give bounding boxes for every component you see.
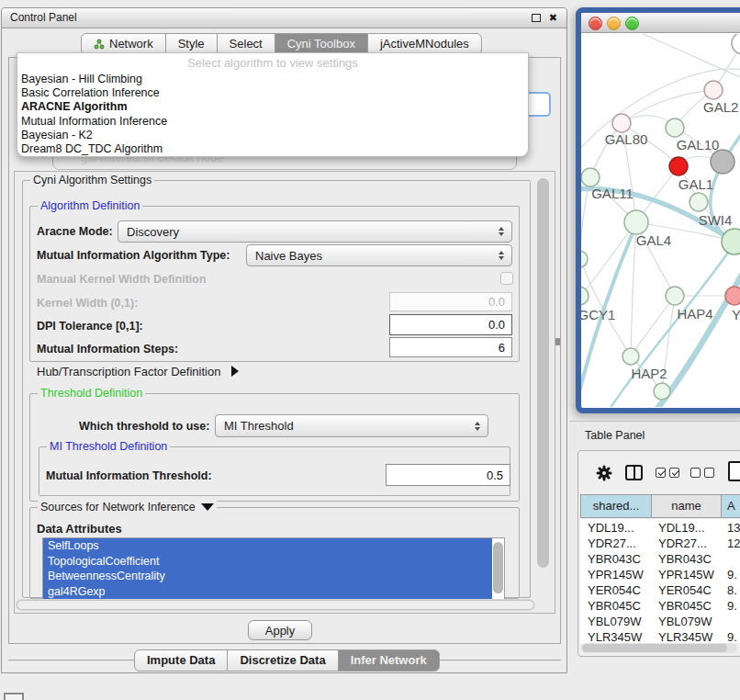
document-icon[interactable]: [728, 461, 740, 481]
node-hap4[interactable]: [666, 287, 684, 305]
column-header-partial[interactable]: A: [721, 494, 740, 518]
tab-impute-data[interactable]: Impute Data: [134, 649, 228, 672]
dropdown-option[interactable]: Dream8 DC_TDC Algorithm: [17, 142, 528, 156]
dropdown-option[interactable]: Bayesian - K2: [17, 129, 528, 142]
node-salmon[interactable]: [725, 287, 740, 305]
which-threshold-select[interactable]: MI Threshold: [215, 414, 488, 437]
dpi-tolerance-label: DPI Tolerance [0,1]:: [37, 320, 143, 333]
dropdown-option-highlighted[interactable]: ARACNE Algorithm: [17, 100, 528, 114]
apply-button[interactable]: Apply: [248, 620, 312, 640]
which-threshold-label: Which threshold to use:: [79, 420, 209, 433]
node-label: GAL1: [678, 176, 713, 192]
table-panel-header: Table Panel: [569, 421, 740, 449]
close-traffic-light[interactable]: [589, 17, 602, 30]
node-bottom[interactable]: [654, 383, 670, 400]
table-row[interactable]: YBR043C YBR043C: [580, 551, 740, 567]
table-horizontal-scrollbar[interactable]: [581, 643, 737, 653]
stepper-icon: [475, 422, 480, 431]
dropdown-option[interactable]: Bayesian - Hill Climbing: [17, 73, 528, 86]
network-window-titlebar: [581, 13, 740, 33]
settings-horizontal-scrollbar[interactable]: [16, 599, 535, 611]
table-panel-title: Table Panel: [585, 429, 645, 442]
node-gal1-selected[interactable]: [669, 157, 688, 175]
node-gal11[interactable]: [581, 168, 600, 186]
show-columns-icon[interactable]: [625, 465, 643, 480]
unselect-all-columns-icon[interactable]: [704, 468, 714, 478]
select-all-columns-icon[interactable]: [656, 468, 666, 478]
column-header-shared-name[interactable]: shared...: [580, 494, 652, 518]
column-header-name[interactable]: name: [651, 494, 722, 518]
dropdown-option[interactable]: Mutual Information Inference: [17, 115, 528, 129]
node-label: HAP4: [677, 306, 712, 322]
collapse-down-icon[interactable]: [201, 503, 214, 511]
mi-threshold-input[interactable]: [386, 464, 510, 486]
list-item[interactable]: TopologicalCoefficient: [43, 554, 492, 570]
table-row[interactable]: YER054C YER054C 8.: [580, 582, 740, 598]
zoom-traffic-light[interactable]: [625, 17, 639, 30]
network-canvas[interactable]: GAL2 GAL80 GAL10 GAL1 GAL11 SWI4 GAL4 GC…: [581, 34, 740, 407]
list-item[interactable]: SelfLoops: [43, 538, 492, 554]
tab-discretize-data[interactable]: Discretize Data: [227, 649, 338, 672]
mi-type-select[interactable]: Naive Bayes: [246, 244, 512, 266]
kernel-width-input[interactable]: [389, 292, 512, 311]
node-gal2[interactable]: [704, 81, 723, 99]
data-attributes-label: Data Attributes: [37, 522, 122, 536]
mi-threshold-label: Mutual Information Threshold:: [46, 469, 212, 482]
node-gal80[interactable]: [612, 114, 631, 132]
dropdown-option[interactable]: Basic Correlation Inference: [17, 86, 528, 100]
tab-infer-network[interactable]: Infer Network: [338, 649, 440, 672]
control-panel-titlebar: Control Panel ✖: [2, 8, 566, 28]
settings-vertical-scrollbar[interactable]: [537, 178, 549, 568]
aracne-mode-select[interactable]: Discovery: [118, 220, 512, 243]
aracne-mode-label: Aracne Mode:: [37, 225, 113, 238]
minimize-traffic-light[interactable]: [607, 17, 621, 30]
threshold-definition-title: Threshold Definition: [38, 387, 145, 400]
float-window-icon[interactable]: [532, 14, 541, 22]
table-row[interactable]: YBL079W YBL079W: [580, 614, 740, 629]
mi-steps-input[interactable]: [389, 337, 512, 357]
node-label: GAL11: [591, 186, 633, 201]
list-item[interactable]: gal4RGexp: [43, 584, 492, 600]
node-partial-left[interactable]: [581, 251, 588, 267]
node-partial[interactable]: [732, 34, 740, 54]
data-attributes-list[interactable]: SelfLoops TopologicalCoefficient Between…: [42, 537, 505, 600]
table-settings-gear-icon[interactable]: [595, 464, 613, 482]
manual-kernel-checkbox[interactable]: [500, 272, 513, 285]
table-row[interactable]: YLR345W YLR345W 9.: [580, 629, 740, 643]
manual-kernel-label: Manual Kernel Width Definition: [37, 273, 207, 286]
node-label: SWI4: [699, 212, 733, 228]
list-vertical-scrollbar[interactable]: [493, 542, 503, 593]
select-all-columns-icon[interactable]: [669, 468, 679, 478]
mi-threshold-group-title: MI Threshold Definition: [47, 440, 170, 453]
unselect-all-columns-icon[interactable]: [690, 468, 701, 478]
mi-steps-label: Mutual Information Steps:: [37, 343, 178, 356]
mi-type-label: Mutual Information Algorithm Type:: [37, 249, 230, 262]
dpi-tolerance-input[interactable]: [389, 314, 512, 335]
node-label: GAL80: [605, 131, 648, 147]
close-icon[interactable]: ✖: [549, 13, 557, 23]
control-panel-tabs: Network Style Select Cyni Toolbox jActiv…: [81, 33, 482, 53]
node-label: GAL2: [703, 99, 738, 115]
node-label: GAL4: [636, 232, 671, 248]
list-item[interactable]: BetweennessCentrality: [43, 569, 492, 584]
floating-panel-icon[interactable]: [4, 693, 24, 700]
node-label: HAP2: [631, 366, 667, 381]
table-row[interactable]: YDL19... YDL19... 13: [580, 520, 740, 536]
node-gcy1[interactable]: [581, 287, 589, 305]
expand-right-icon: [231, 366, 239, 377]
table-row[interactable]: YDR27... YDR27... 12: [580, 536, 740, 551]
node-gal4[interactable]: [624, 210, 648, 234]
table-row[interactable]: YBR045C YBR045C 9.: [580, 598, 740, 614]
node-gray[interactable]: [711, 150, 734, 174]
node-swi4[interactable]: [690, 193, 708, 211]
node-hap2[interactable]: [622, 348, 639, 365]
network-icon: [94, 39, 105, 50]
kernel-width-label: Kernel Width (0,1):: [37, 297, 138, 310]
hub-definition-toggle[interactable]: Hub/Transcription Factor Definition: [37, 365, 239, 378]
node-gal10[interactable]: [666, 119, 684, 137]
table-rows: YDL19... YDL19... 13 YDR27... YDR27... 1…: [580, 519, 740, 643]
sources-group-title: Sources for Network Inference: [40, 501, 196, 514]
node-big-green[interactable]: [722, 229, 740, 254]
table-row[interactable]: YPR145W YPR145W 9.: [580, 567, 740, 582]
splitter-handle[interactable]: [555, 338, 560, 345]
